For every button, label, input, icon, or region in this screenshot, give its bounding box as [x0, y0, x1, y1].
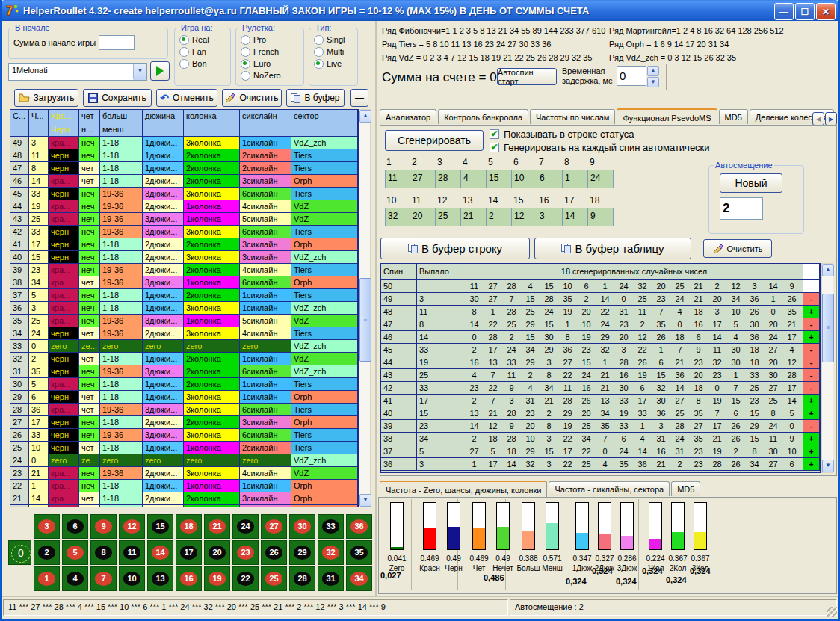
- table-row[interactable]: 4533217243429362332322179113018274-: [381, 344, 820, 356]
- radio-option-pro[interactable]: Pro: [241, 34, 299, 46]
- column-header[interactable]: сектор: [291, 110, 358, 123]
- delay-spinner[interactable]: ▲ ▼: [647, 66, 659, 86]
- minimize-button[interactable]: —: [774, 3, 794, 20]
- generate-button[interactable]: Сгенерировать: [385, 130, 484, 151]
- table-row[interactable]: 4325кра...неч19-363дюжи...1колонка5сикла…: [10, 213, 358, 226]
- table-row[interactable]: 4015черннеч1-182дюжи...3колонка3сиклайнV…: [10, 251, 358, 264]
- column-header[interactable]: [184, 123, 240, 137]
- generated-scrollbar[interactable]: ▲ ≡ ▼: [821, 263, 833, 473]
- table-row[interactable]: 322чернчет1-181дюжи...2колонка1сиклайнVd…: [10, 353, 358, 365]
- table-row[interactable]: 46140282153081929201226186144362417+: [381, 331, 820, 344]
- table-row[interactable]: 47814222529151102423235016175302021-: [381, 318, 820, 331]
- spin-down-icon[interactable]: ▼: [647, 77, 659, 87]
- table-row[interactable]: 411727331212826133317302781915232514+: [381, 395, 820, 407]
- table-row[interactable]: 375кра...неч1-181дюжи...2колонка1сиклайн…: [10, 289, 358, 302]
- resize-grip[interactable]: [827, 607, 837, 617]
- board-number-cell[interactable]: 36: [346, 514, 372, 539]
- table-row[interactable]: 478чернчет1-181дюжи...2колонка2сиклайнTi…: [10, 162, 358, 175]
- table-row[interactable]: 296чернчет1-181дюжи...3колонка1сиклайнOr…: [10, 391, 358, 404]
- buffer-table-button[interactable]: В буфер таблицу: [534, 238, 691, 259]
- table-row[interactable]: 4614кра...чет1-182дюжи...2колонка3сиклай…: [10, 175, 358, 188]
- board-number-cell[interactable]: 25: [261, 566, 287, 591]
- board-number-cell[interactable]: 30: [289, 514, 315, 539]
- table-row[interactable]: 40151321282322920341933362535761585+: [381, 407, 820, 420]
- start-sum-input[interactable]: [99, 35, 135, 50]
- grid-value-cell[interactable]: 20: [410, 208, 436, 226]
- board-number-cell[interactable]: 9: [90, 514, 117, 539]
- grid-value-cell[interactable]: 2: [487, 208, 512, 226]
- board-number-cell[interactable]: 23: [232, 540, 259, 565]
- tab-freq-2[interactable]: MD5: [671, 481, 700, 496]
- column-header[interactable]: Ч...: [29, 110, 49, 123]
- board-number-cell[interactable]: 19: [204, 566, 230, 591]
- scroll-down-icon[interactable]: ▼: [822, 460, 834, 472]
- radio-icon[interactable]: [179, 59, 189, 69]
- tab-main-4[interactable]: MD5: [719, 109, 748, 124]
- board-number-cell[interactable]: 8: [90, 540, 117, 565]
- tab-freq-0[interactable]: Частота - Zero, шансы, дюжины, колонки: [380, 481, 547, 497]
- grid-value-cell[interactable]: 10: [512, 170, 537, 188]
- collapse-button[interactable]: —: [350, 89, 368, 107]
- radio-icon[interactable]: [314, 47, 324, 57]
- save-button[interactable]: Сохранить: [83, 89, 152, 107]
- column-header[interactable]: дюжина: [143, 110, 184, 123]
- board-number-cell[interactable]: 18: [176, 514, 202, 539]
- start-play-button[interactable]: [150, 61, 170, 81]
- scrollbar-thumb[interactable]: ≡: [822, 294, 834, 362]
- board-zero-cell[interactable]: 0: [8, 540, 31, 565]
- close-button[interactable]: ✕: [816, 3, 836, 20]
- grid-value-cell[interactable]: 28: [436, 170, 461, 188]
- load-button[interactable]: Загрузить: [14, 89, 78, 107]
- board-number-cell[interactable]: 31: [318, 566, 344, 591]
- board-number-cell[interactable]: 4: [62, 566, 88, 591]
- column-header[interactable]: С...: [10, 110, 29, 123]
- column-header[interactable]: [143, 123, 184, 137]
- table-row[interactable]: 2321кра...неч19-362дюжи...3колонка4сикла…: [10, 467, 358, 480]
- grid-value-cell[interactable]: 9: [588, 208, 614, 226]
- table-row[interactable]: 4419161333293271512826621233230182012-: [381, 356, 820, 369]
- grid-value-cell[interactable]: 14: [563, 208, 588, 226]
- radio-icon[interactable]: [241, 71, 250, 81]
- table-row[interactable]: 37527518291517220241416312319283010+: [381, 445, 820, 458]
- table-row[interactable]: 493кра...неч1-181дюжи...3колонка1сиклайн…: [10, 137, 358, 149]
- board-number-cell[interactable]: 2: [34, 540, 60, 565]
- table-row[interactable]: 4117черннеч1-182дюжи...2колонка3сиклайнO…: [10, 238, 358, 251]
- new-offset-button[interactable]: Новый: [720, 173, 782, 193]
- column-header[interactable]: колонка: [184, 110, 240, 123]
- board-number-cell[interactable]: 10: [119, 566, 145, 591]
- undo-button[interactable]: ↶ Отменить: [156, 89, 217, 107]
- board-number-cell[interactable]: 15: [147, 514, 173, 539]
- grid-value-cell[interactable]: 1: [563, 170, 588, 188]
- board-number-cell[interactable]: 29: [289, 540, 315, 565]
- scrollbar-thumb[interactable]: ≡: [359, 278, 371, 362]
- table-row[interactable]: 221кра...неч1-181дюжи...1колонка1сиклайн…: [10, 480, 358, 492]
- column-header[interactable]: [291, 123, 358, 137]
- table-row[interactable]: 2633черннеч19-363дюжи...3колонка6сиклайн…: [10, 429, 358, 442]
- grid-value-cell[interactable]: 24: [588, 170, 614, 188]
- column-header[interactable]: менш: [100, 123, 143, 137]
- board-number-cell[interactable]: 34: [346, 566, 372, 591]
- table-row[interactable]: 240zeroze...zerozerozerozeroVdZ_zch: [10, 454, 358, 467]
- table-row[interactable]: 330zeroze...zerozerozerozeroVdZ_zch: [10, 340, 358, 353]
- table-row[interactable]: 3923кра...неч19-362дюжи...2колонка4сикла…: [10, 264, 358, 276]
- table-row[interactable]: 3631171432322254353621223282634276+: [381, 458, 820, 471]
- grid-value-cell[interactable]: 11: [385, 170, 410, 188]
- grid-value-cell[interactable]: 4: [461, 170, 487, 188]
- tab-scroll-left-icon[interactable]: ◀: [812, 112, 824, 126]
- board-number-cell[interactable]: 24: [232, 514, 259, 539]
- radio-option-bon[interactable]: Bon: [179, 58, 226, 69]
- board-number-cell[interactable]: 35: [346, 540, 372, 565]
- grid-value-cell[interactable]: 12: [512, 208, 537, 226]
- radio-icon[interactable]: [314, 59, 324, 69]
- delay-input[interactable]: [617, 66, 646, 86]
- column-header[interactable]: [29, 123, 49, 137]
- board-number-cell[interactable]: 27: [261, 514, 287, 539]
- table-row[interactable]: 4533черннеч19-363дюжи...3колонка6сиклайн…: [10, 188, 358, 200]
- grid-value-cell[interactable]: 15: [487, 170, 512, 188]
- grid-value-cell[interactable]: 6: [537, 170, 563, 188]
- radio-icon[interactable]: [179, 47, 189, 57]
- clear-button[interactable]: Очистить: [222, 89, 282, 107]
- board-number-cell[interactable]: 12: [119, 514, 145, 539]
- radio-option-french[interactable]: French: [241, 46, 299, 58]
- table-row[interactable]: 42332322943411162130632141807252717-: [381, 382, 820, 395]
